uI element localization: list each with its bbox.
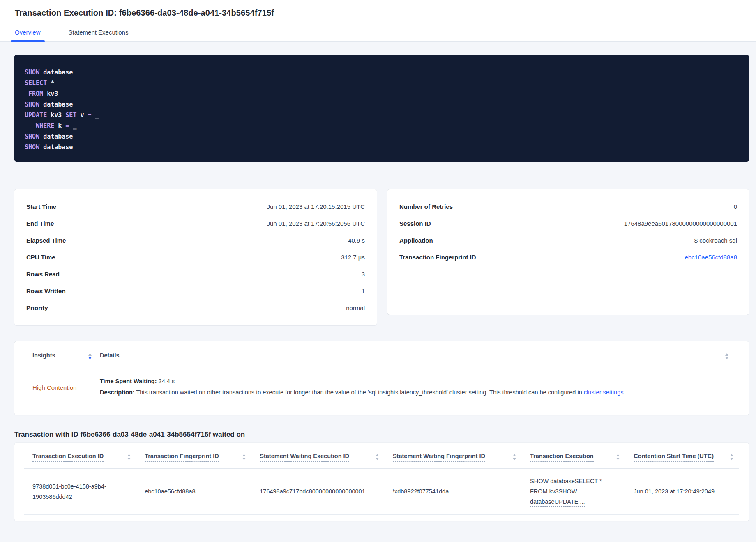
summary-row: CPU Time312.7 µs [26, 249, 365, 266]
description-label: Description: [100, 389, 135, 396]
column-header-label: Statement Waiting Fingerprint ID [393, 453, 485, 462]
contention-start-time-cell: Jun 01, 2023 at 17:20:49:2049 [625, 486, 739, 497]
execution-times-card: Start TimeJun 01, 2023 at 17:20:15:2015 … [14, 189, 377, 325]
description-period: . [623, 389, 625, 396]
main-content: SHOW databaseSELECT * FROM kv3SHOW datab… [0, 55, 756, 521]
insights-table-header: Insights Details [24, 352, 739, 367]
statement-waiting-fingerprint-id-cell: \xdb8922f077541dda [385, 486, 522, 497]
transaction-details-page: Transaction Execution ID: f6be6366-da03-… [0, 0, 756, 542]
column-header-contention-start-time-utc-[interactable]: Contention Start Time (UTC) [625, 453, 739, 462]
sql-line: SELECT * [25, 78, 739, 88]
tab-overview[interactable]: Overview [11, 29, 45, 41]
summary-label: Start Time [26, 203, 56, 210]
sql-line: SHOW database [25, 131, 739, 142]
execution-attributes-card: Number of Retries0Session ID17648a9eea60… [387, 189, 749, 315]
insights-card: Insights Details High Contention Time Sp… [14, 341, 749, 415]
summary-value: normal [346, 304, 365, 311]
summary-label: Priority [26, 304, 48, 311]
column-header-transaction-fingerprint-id[interactable]: Transaction Fingerprint ID [136, 453, 251, 462]
sql-line: SHOW database [25, 142, 739, 153]
summary-cards-row: Start TimeJun 01, 2023 at 17:20:15:2015 … [14, 189, 749, 325]
summary-value: 1 [362, 287, 365, 294]
summary-row: Prioritynormal [26, 299, 365, 316]
sort-icon [376, 453, 379, 460]
summary-value: 40.9 s [348, 237, 365, 244]
summary-value: 3 [362, 271, 365, 278]
insight-details-cell: Time Spent Waiting: 34.4 s Description: … [92, 378, 739, 397]
summary-value: 0 [734, 203, 737, 210]
page-title: Transaction Execution ID: f6be6366-da03-… [0, 0, 756, 18]
summary-label: Elapsed Time [26, 237, 66, 244]
summary-value: $ cockroach sql [694, 237, 737, 244]
summary-value: 312.7 µs [341, 254, 365, 261]
column-header-statement-waiting-fingerprint-id[interactable]: Statement Waiting Fingerprint ID [385, 453, 522, 462]
insight-type-cell: High Contention [24, 384, 92, 391]
waited-on-table-header: Transaction Execution IDTransaction Fing… [24, 453, 739, 469]
summary-row: Session ID17648a9eea60178000000000000000… [399, 215, 737, 232]
summary-label: CPU Time [26, 254, 55, 261]
column-header-label: Contention Start Time (UTC) [634, 453, 714, 462]
transaction-execution-line: databaseUPDATE ... [530, 497, 619, 507]
summary-label: Transaction Fingerprint ID [399, 254, 476, 261]
sort-icon [242, 453, 246, 460]
sql-line: FROM kv3 [25, 88, 739, 99]
time-spent-waiting-label: Time Spent Waiting: [100, 378, 157, 384]
high-contention-label: High Contention [32, 384, 77, 391]
column-header-transaction-execution-id[interactable]: Transaction Execution ID [24, 453, 136, 462]
tab-bar: OverviewStatement Executions [0, 29, 756, 42]
summary-label: End Time [26, 220, 54, 227]
time-spent-waiting-value: 34.4 s [159, 378, 175, 384]
sql-line: UPDATE kv3 SET v = _ [25, 110, 739, 120]
transaction-execution-link[interactable]: SHOW databaseSELECT *FROM kv3SHOWdatabas… [530, 476, 619, 507]
column-header-transaction-execution[interactable]: Transaction Execution [522, 453, 625, 462]
sort-icon [616, 453, 620, 460]
summary-label: Application [399, 237, 433, 244]
transaction-execution-line: FROM kv3SHOW [530, 486, 619, 497]
insight-description: Description: This transaction waited on … [100, 388, 735, 397]
sort-icon [127, 453, 131, 460]
summary-row: Number of Retries0 [399, 198, 737, 215]
transaction-fingerprint-id-cell: ebc10ae56cfd88a8 [136, 486, 251, 497]
summary-row: Rows Written1 [26, 283, 365, 299]
tab-statement-executions[interactable]: Statement Executions [65, 29, 133, 41]
summary-row: Start TimeJun 01, 2023 at 17:20:15:2015 … [26, 198, 365, 215]
sql-statements-box: SHOW databaseSELECT * FROM kv3SHOW datab… [14, 55, 749, 162]
column-header-label: Transaction Execution [530, 453, 594, 462]
summary-row: End TimeJun 01, 2023 at 17:20:56:2056 UT… [26, 215, 365, 232]
time-spent-waiting: Time Spent Waiting: 34.4 s [100, 378, 735, 384]
sort-icon [725, 352, 728, 359]
summary-label: Number of Retries [399, 203, 453, 210]
summary-label: Session ID [399, 220, 431, 227]
summary-value: Jun 01, 2023 at 17:20:15:2015 UTC [267, 203, 365, 210]
summary-value: 17648a9eea60178000000000000000001 [624, 220, 737, 227]
waited-on-table-card: Transaction Execution IDTransaction Fing… [14, 443, 749, 521]
page-header: Transaction Execution ID: f6be6366-da03-… [0, 0, 756, 42]
sql-line: SHOW database [25, 99, 739, 110]
sql-line: WHERE k = _ [25, 120, 739, 131]
insights-column-header[interactable]: Insights [24, 352, 92, 361]
waited-on-section-title: Transaction with ID f6be6366-da03-48de-a… [14, 431, 749, 439]
waited-on-table-row: 9738d051-bc0e-4158-a9b4-1903586ddd42ebc1… [24, 469, 739, 515]
summary-label: Rows Read [26, 271, 60, 278]
details-header-label: Details [100, 352, 120, 361]
sort-icon [88, 352, 92, 359]
details-column-header[interactable]: Details [92, 352, 739, 361]
column-header-label: Statement Waiting Execution ID [260, 453, 349, 462]
sql-line: SHOW database [25, 67, 739, 78]
cluster-settings-link[interactable]: cluster settings [584, 389, 624, 396]
description-text: This transaction waited on other transac… [136, 389, 583, 396]
transaction-execution-cell: SHOW databaseSELECT *FROM kv3SHOWdatabas… [522, 476, 625, 507]
insights-header-label: Insights [32, 352, 55, 361]
transaction-fingerprint-link[interactable]: ebc10ae56cfd88a8 [685, 254, 737, 261]
sort-icon [513, 453, 516, 460]
sort-icon [730, 453, 733, 460]
transaction-execution-id-cell: 9738d051-bc0e-4158-a9b4-1903586ddd42 [24, 482, 136, 502]
column-header-statement-waiting-execution-id[interactable]: Statement Waiting Execution ID [251, 453, 385, 462]
column-header-label: Transaction Execution ID [32, 453, 104, 462]
summary-row: Elapsed Time40.9 s [26, 232, 365, 249]
statement-waiting-execution-id-cell: 176498a9c717bdc80000000000000001 [251, 486, 385, 497]
column-header-label: Transaction Fingerprint ID [145, 453, 219, 462]
summary-row: Rows Read3 [26, 266, 365, 283]
transaction-execution-line: SHOW databaseSELECT * [530, 476, 619, 486]
insight-row: High Contention Time Spent Waiting: 34.4… [24, 367, 739, 408]
